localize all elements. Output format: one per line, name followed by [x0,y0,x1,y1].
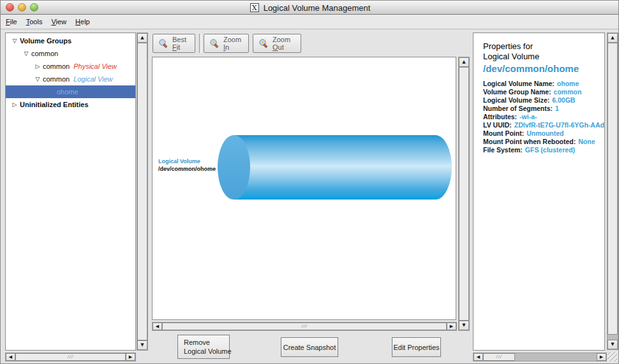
menu-label-part: iew [56,18,67,25]
menu-file[interactable]: File [2,18,21,25]
tree-item-label: Volume Groups [20,34,71,47]
menu-tools[interactable]: Tools [22,18,47,25]
magnifier-minus-icon [258,38,269,49]
logical-volume-cylinder-cap [218,135,250,200]
property-row: File System:GFS (clustered) [483,146,604,154]
property-label: LV UUID: [483,121,512,129]
thumb-grip-icon: /// [68,354,74,360]
property-row: Logical Volume Size:6.00GB [483,96,604,105]
expander-open-icon[interactable]: ▽ [33,73,43,85]
expander-closed-icon[interactable]: ▷ [10,98,20,111]
properties-header-path: /dev/common/ohome [483,62,604,75]
expander-closed-icon[interactable]: ▷ [33,60,43,73]
label-part: n [225,43,229,51]
window-resize-grip[interactable] [608,352,617,361]
button-label-line: Remove [184,338,210,347]
scroll-left-icon[interactable]: ◀ [474,353,483,361]
tree-item-label: common [43,60,70,73]
scroll-up-icon[interactable]: ▲ [608,33,618,43]
tree-vertical-scrollbar[interactable]: ▲ ▼ [137,33,148,351]
canvas-volume-label-title: Logical Volume [158,158,200,164]
edit-properties-button[interactable]: Edit Properties [392,337,441,357]
property-row: Mount Point:Unmounted [483,129,604,138]
property-value: common [554,88,582,96]
menu-view[interactable]: View [47,18,70,25]
tree-item-label: common [43,73,70,85]
scrollbar-trough[interactable] [515,353,597,361]
properties-horizontal-scrollbar[interactable]: ◀ /// ▶ [473,353,607,361]
property-label: Mount Point: [483,129,524,137]
tree-item-view-suffix: Logical View [73,73,113,85]
remove-logical-volume-button[interactable]: Remove Logical Volume [177,335,230,359]
scroll-up-icon[interactable]: ▲ [137,33,147,43]
best-fit-button[interactable]: Best Fit [153,34,195,53]
scroll-left-icon[interactable]: ◀ [153,323,162,330]
scrollbar-thumb[interactable] [137,43,147,340]
scroll-down-icon[interactable]: ▼ [608,340,618,349]
zoom-out-button[interactable]: Zoom Out [253,34,301,53]
menu-label-mnemonic: V [51,18,56,25]
tree-item-ohome-selected[interactable]: ohome [6,85,135,98]
properties-rows: Logical Volume Name:ohome Volume Group N… [483,80,604,154]
button-label: Best Fit [172,36,190,51]
tree-item-common-logical-view[interactable]: ▽ common Logical View [6,73,135,85]
scroll-down-icon[interactable]: ▼ [137,340,147,350]
lvm-window: X Logical Volume Management File Tools V… [0,0,619,364]
magnifier-plus-icon [209,38,220,49]
tree-item-label: common [31,47,58,60]
scroll-down-icon[interactable]: ▼ [459,321,469,330]
property-row: Mount Point when Rebooted:None [483,138,604,146]
canvas-vertical-scrollbar[interactable]: ▲ ▼ [458,57,470,331]
scroll-up-icon[interactable]: ▲ [459,57,469,67]
property-value: None [578,138,595,145]
properties-panel: Properties for Logical Volume /dev/commo… [473,33,605,351]
create-snapshot-button[interactable]: Create Snapshot [281,337,338,357]
property-value: ZDlvfR-tE7G-U7fl-6YGh-AAdo-ZgRM-b [514,121,605,129]
scrollbar-thumb[interactable]: /// [483,353,515,361]
expander-open-icon[interactable]: ▽ [10,34,20,47]
scroll-right-icon[interactable]: ▶ [447,323,456,330]
tree-item-common-physical-view[interactable]: ▷ common Physical View [6,60,135,73]
menu-label-part: ile [10,18,17,25]
title-bar: X Logical Volume Management [1,1,619,15]
property-label: Logical Volume Size: [483,96,549,104]
property-label: Volume Group Name: [483,88,551,96]
scroll-right-icon[interactable]: ▶ [597,353,606,361]
expander-open-icon[interactable]: ▽ [21,47,31,60]
thumb-grip-icon: /// [301,324,308,329]
zoom-in-button[interactable]: Zoom In [204,34,249,53]
scrollbar-thumb[interactable] [608,43,618,335]
property-value: ohome [557,80,579,87]
scrollbar-thumb[interactable]: /// [15,353,126,361]
tree-item-label: Uninitialized Entities [20,98,89,111]
property-row: LV UUID:ZDlvfR-tE7G-U7fl-6YGh-AAdo-ZgRM-… [483,121,604,129]
menu-help[interactable]: Help [71,18,94,25]
tree-horizontal-scrollbar[interactable]: ◀ /// ▶ [5,353,136,361]
tree-item-uninitialized-entities[interactable]: ▷ Uninitialized Entities [6,98,135,111]
property-row: Volume Group Name:common [483,88,604,96]
tree-item-view-suffix: Physical View [73,60,117,73]
property-value: GFS (clustered) [525,146,575,154]
scrollbar-trough[interactable] [608,335,618,340]
scrollbar-thumb[interactable] [459,67,469,321]
properties-vertical-scrollbar[interactable]: ▲ ▼ [607,33,618,350]
tree-item-volume-groups[interactable]: ▽ Volume Groups [6,34,135,47]
x11-app-icon: X [250,3,259,12]
button-label-line: Logical Volume [184,347,232,356]
scrollbar-thumb[interactable]: /// [162,323,447,330]
menu-bar: File Tools View Help [1,15,619,29]
scroll-right-icon[interactable]: ▶ [126,353,135,361]
canvas-horizontal-scrollbar[interactable]: ◀ /// ▶ [152,322,457,331]
logical-volume-cylinder[interactable] [234,135,452,200]
label-mnemonic: F [172,43,177,51]
volume-canvas[interactable]: Logical Volume /dev/common/ohome [152,57,456,320]
tree-item-common[interactable]: ▽ common [6,47,135,60]
label-part: it [177,43,181,51]
button-label: Edit Properties [393,343,439,352]
label-part: Zoom [223,36,241,43]
thumb-grip-icon: /// [496,354,502,360]
scroll-left-icon[interactable]: ◀ [6,353,15,361]
magnifier-icon [158,38,169,49]
properties-header-line1: Properties for [483,41,604,52]
property-value: Unmounted [526,129,563,137]
